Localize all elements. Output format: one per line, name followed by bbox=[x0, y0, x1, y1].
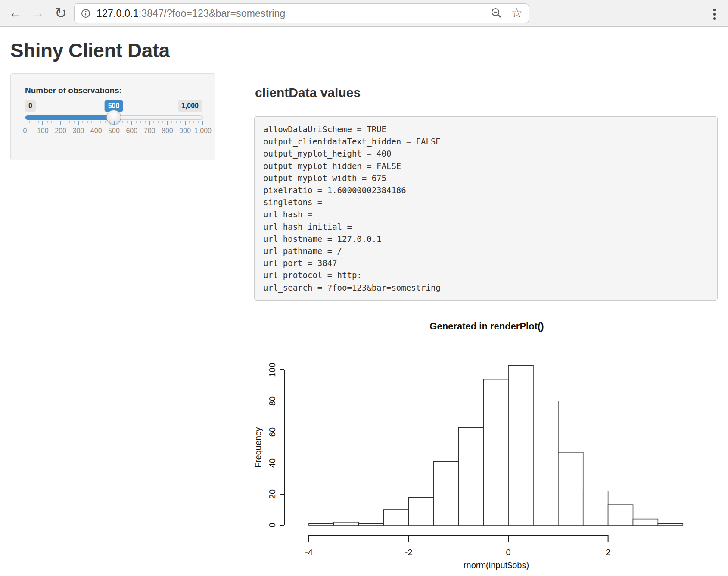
slider-minor-tick bbox=[180, 121, 181, 123]
x-tick-label: -2 bbox=[405, 548, 413, 557]
histogram-bar bbox=[458, 427, 483, 525]
histogram-bar bbox=[483, 379, 508, 525]
y-axis-title: Frequency bbox=[254, 427, 263, 468]
browser-menu-icon[interactable] bbox=[712, 7, 717, 21]
slider-major-tick bbox=[78, 121, 79, 125]
slider-minor-tick bbox=[105, 121, 106, 123]
slider-max-badge: 1,000 bbox=[178, 100, 202, 112]
slider-min-badge: 0 bbox=[25, 100, 36, 112]
histogram-bar bbox=[583, 491, 608, 525]
reload-icon[interactable]: ↻ bbox=[53, 0, 69, 26]
histogram-bar bbox=[558, 452, 583, 525]
slider-minor-tick bbox=[189, 121, 190, 123]
slider-minor-tick bbox=[127, 121, 128, 123]
slider-minor-tick bbox=[65, 121, 65, 123]
histogram-bar bbox=[433, 461, 458, 525]
slider-minor-tick bbox=[109, 121, 110, 123]
slider-minor-tick bbox=[171, 121, 172, 123]
slider-minor-tick bbox=[122, 121, 123, 123]
url-hostname: 127.0.0.1 bbox=[96, 8, 139, 19]
histogram-bar bbox=[359, 523, 384, 525]
slider-fill-bar bbox=[25, 115, 115, 120]
x-tick-label: 0 bbox=[506, 548, 511, 557]
x-axis-title: rnorm(input$obs) bbox=[464, 560, 529, 570]
histogram-bar bbox=[334, 522, 359, 525]
slider-tick-label: 1,000 bbox=[194, 127, 212, 135]
slider-minor-tick bbox=[38, 121, 39, 123]
url-text: 127.0.0.1:3847/?foo=123&bar=somestring bbox=[96, 8, 286, 19]
slider-tick-label: 0 bbox=[23, 127, 27, 135]
y-tick-label: 100 bbox=[268, 363, 277, 377]
slider-minor-tick bbox=[118, 121, 119, 123]
slider-minor-tick bbox=[82, 121, 83, 123]
slider-major-tick bbox=[131, 121, 132, 125]
histogram-bar bbox=[309, 523, 334, 525]
slider-minor-tick bbox=[193, 121, 194, 123]
slider-minor-tick bbox=[51, 121, 52, 123]
sidebar-well-panel: Number of observations: 0 500 1,000 0100… bbox=[10, 73, 215, 160]
y-tick-label: 80 bbox=[268, 396, 277, 406]
slider-minor-tick bbox=[145, 121, 146, 123]
slider-major-tick bbox=[167, 121, 168, 125]
back-icon[interactable]: ← bbox=[8, 0, 23, 26]
histogram-bar bbox=[384, 510, 409, 525]
address-bar[interactable]: 127.0.0.1:3847/?foo=123&bar=somestring ☆ bbox=[74, 3, 529, 23]
slider-tick-label: 300 bbox=[73, 127, 84, 135]
slider-minor-tick bbox=[91, 121, 92, 123]
histogram-bar bbox=[658, 523, 683, 525]
slider-major-tick bbox=[60, 121, 61, 125]
slider-major-tick bbox=[185, 121, 186, 125]
y-tick-label: 60 bbox=[268, 427, 277, 437]
slider-major-tick bbox=[114, 121, 115, 125]
slider-tick-grid: 01002003004005006007008009001,000 bbox=[25, 121, 203, 138]
slider-tick-label: 600 bbox=[126, 127, 137, 135]
slider-minor-tick bbox=[153, 121, 154, 123]
zoom-out-icon[interactable] bbox=[490, 7, 502, 19]
clientdata-heading: clientData values bbox=[255, 85, 361, 100]
slider-tick-label: 200 bbox=[55, 127, 66, 135]
histogram-bar bbox=[633, 519, 658, 525]
histogram-bar bbox=[409, 497, 434, 525]
slider-minor-tick bbox=[176, 121, 177, 123]
slider-major-tick bbox=[42, 121, 43, 125]
histogram-plot: 020406080100Frequency-4-202rnorm(input$o… bbox=[254, 310, 719, 576]
slider-tick-label: 800 bbox=[162, 127, 173, 135]
render-plot-output: Generated in renderPlot() 020406080100Fr… bbox=[254, 310, 719, 576]
slider-major-tick bbox=[25, 121, 25, 125]
slider-minor-tick bbox=[158, 121, 159, 123]
slider-minor-tick bbox=[29, 121, 30, 123]
url-path-query: :3847/?foo=123&bar=somestring bbox=[139, 8, 286, 19]
slider-tick-label: 400 bbox=[90, 127, 102, 135]
slider-minor-tick bbox=[140, 121, 141, 123]
slider-tick-label: 500 bbox=[108, 127, 120, 135]
page-info-icon[interactable] bbox=[81, 8, 91, 19]
slider-minor-tick bbox=[69, 121, 70, 123]
y-tick-label: 0 bbox=[268, 523, 277, 527]
slider-minor-tick bbox=[74, 121, 75, 123]
histogram-bar bbox=[533, 401, 558, 525]
bookmark-star-icon[interactable]: ☆ bbox=[511, 6, 523, 19]
slider-label: Number of observations: bbox=[25, 86, 122, 95]
slider-minor-tick bbox=[198, 121, 199, 123]
slider-minor-tick bbox=[162, 121, 163, 123]
slider-minor-tick bbox=[56, 121, 56, 123]
y-tick-label: 40 bbox=[268, 458, 277, 468]
slider-minor-tick bbox=[136, 121, 137, 123]
slider-minor-tick bbox=[47, 121, 48, 123]
y-tick-label: 20 bbox=[268, 489, 277, 499]
slider-major-tick bbox=[149, 121, 150, 125]
histogram-bar bbox=[608, 505, 633, 525]
clientdata-text-output: allowDataUriScheme = TRUE output_clientd… bbox=[254, 116, 718, 301]
slider-tick-label: 100 bbox=[37, 127, 49, 135]
x-tick-label: -4 bbox=[305, 548, 313, 557]
slider-major-tick bbox=[96, 121, 96, 125]
forward-icon[interactable]: → bbox=[30, 0, 46, 26]
slider-minor-tick bbox=[100, 121, 101, 123]
browser-toolbar: ← → ↻ 127.0.0.1:3847/?foo=123&bar=somest… bbox=[0, 0, 728, 27]
slider-major-tick bbox=[202, 121, 203, 125]
x-tick-label: 2 bbox=[606, 548, 610, 557]
slider-tick-label: 700 bbox=[144, 127, 156, 135]
slider-minor-tick bbox=[87, 121, 88, 123]
page-title: Shiny Client Data bbox=[10, 39, 170, 62]
slider-tick-label: 900 bbox=[179, 127, 191, 135]
